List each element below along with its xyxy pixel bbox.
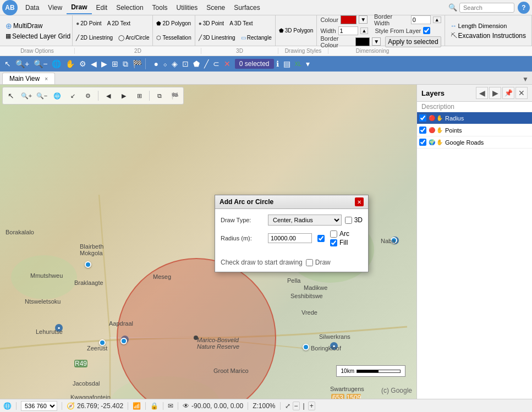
layers-close-btn[interactable]: ✕ <box>515 87 528 99</box>
layer-item-points[interactable]: 🔴 ✋ Points <box>417 124 532 136</box>
map-nav-prev[interactable]: ◀ <box>102 89 115 102</box>
point-tool-3[interactable]: ⬦ <box>161 58 169 69</box>
point-tool-4[interactable]: ◈ <box>169 58 180 69</box>
globe-status[interactable]: 🌐 <box>3 402 12 410</box>
zoom-out-tool[interactable]: 🔍− <box>31 58 50 69</box>
2d-linestring-button[interactable]: ╱ 2D Linestring <box>74 34 115 42</box>
menu-item-selection[interactable]: Selection <box>112 2 147 14</box>
excel-tool[interactable]: XL <box>293 60 304 68</box>
menu-item-surfaces[interactable]: Surfaces <box>229 2 264 14</box>
plus-btn[interactable]: + <box>308 402 315 410</box>
cursor-tool[interactable]: ↖ <box>2 58 13 69</box>
menu-item-tools[interactable]: Tools <box>148 2 172 14</box>
map-globe[interactable]: 🌐 <box>51 89 64 102</box>
radius-checkbox[interactable] <box>317 235 325 242</box>
multidraw-button[interactable]: ⊕ MultiDraw <box>3 20 69 31</box>
draw-type-select[interactable]: Center, Radius 3 Point Arc <box>268 215 342 226</box>
map-point-3[interactable] <box>120 338 127 344</box>
select-tool[interactable]: ⊡ <box>180 58 191 69</box>
fill-checkbox[interactable] <box>330 239 337 246</box>
tab-dropdown[interactable]: ▼ <box>519 74 532 84</box>
menu-item-utilities[interactable]: Utilities <box>172 2 202 14</box>
polygon-tool[interactable]: ⬟ <box>191 58 202 69</box>
2d-polygon-button[interactable]: ⬟ 2D Polygon <box>154 19 193 28</box>
map-zoom-out[interactable]: 🔍− <box>35 89 48 102</box>
tab-main-view[interactable]: Main View × <box>2 73 55 84</box>
width-input[interactable] <box>338 26 358 35</box>
colour-picker[interactable] <box>341 15 357 24</box>
arc-checkbox[interactable] <box>330 230 337 238</box>
radius-input[interactable] <box>268 233 312 243</box>
lasso-tool[interactable]: ⊂ <box>211 58 222 69</box>
3d-point-button[interactable]: ● 3D Point <box>196 19 226 28</box>
apply-to-selected-button[interactable]: multidraw-btn Apply to selected <box>385 36 441 47</box>
border-colour-dropdown[interactable]: ▼ <box>372 37 381 46</box>
pan-tool[interactable]: ✋ <box>63 58 77 69</box>
prev-nav[interactable]: ◀ <box>89 58 99 69</box>
more-tool[interactable]: ▾ <box>304 58 312 69</box>
settings-tool[interactable]: ⚙ <box>77 58 89 69</box>
message-status[interactable]: ✉ <box>168 402 173 410</box>
menu-item-data[interactable]: Data <box>21 2 43 14</box>
menu-item-edit[interactable]: Edit <box>92 2 112 14</box>
bookmark-tool[interactable]: 🏁 <box>130 58 144 69</box>
layer-item-google-roads[interactable]: 🌍 ✋ Google Roads <box>417 136 532 149</box>
style-from-layer-checkbox[interactable] <box>423 27 430 34</box>
dialog-close-button[interactable]: ✕ <box>355 197 364 206</box>
line-tool[interactable]: ╱ <box>202 58 211 69</box>
layers-nav-prev[interactable]: ◀ <box>476 87 488 99</box>
layer-points-checkbox[interactable] <box>419 127 426 134</box>
help-button[interactable]: ? <box>518 2 530 14</box>
3d-polygon-button[interactable]: ⬟ 3D Polygon <box>277 26 316 35</box>
layer-google-roads-checkbox[interactable] <box>419 139 426 146</box>
layer-item-radius[interactable]: 🔴 ✋ Radius <box>417 112 532 124</box>
tessellation-button[interactable]: ⬡ Tessellation <box>154 34 193 42</box>
map-point-1[interactable] <box>85 261 91 268</box>
delete-tool[interactable]: ✕ <box>222 58 233 69</box>
menu-item-scene[interactable]: Scene <box>202 2 229 14</box>
map-settings[interactable]: ⚙ <box>81 89 95 102</box>
3d-checkbox[interactable] <box>345 217 352 224</box>
next-nav[interactable]: ▶ <box>99 58 109 69</box>
colour-dropdown[interactable]: ▼ <box>359 15 368 24</box>
map-rotate-left[interactable]: ↙ <box>66 89 79 102</box>
map-grid[interactable]: ⊞ <box>133 89 146 102</box>
layers-pin-btn[interactable]: 📌 <box>502 87 514 99</box>
map-cursor-tool[interactable]: ↖ <box>4 89 18 102</box>
map-layers-icon[interactable]: ⧉ <box>153 89 166 102</box>
table-tool[interactable]: ▤ <box>281 58 293 69</box>
zoom-slider[interactable]: | <box>302 402 306 410</box>
excavation-instructions-button[interactable]: ⛏ Excavation Instructions <box>448 31 528 41</box>
map-container[interactable]: ↖ 🔍+ 🔍− 🌐 ↙ ⚙ ◀ ▶ ⊞ ⧉ 🏁 <box>0 85 416 399</box>
coordinate-select[interactable]: 536 760 <box>21 401 57 411</box>
map-zoom-in[interactable]: 🔍+ <box>20 89 33 102</box>
menu-item-view[interactable]: View <box>43 2 67 14</box>
info-tool[interactable]: ℹ <box>274 58 281 69</box>
length-dimension-button[interactable]: ↔ Length Dimension <box>448 21 528 31</box>
arc-circle-button[interactable]: ◯ Arc/Circle <box>116 34 151 42</box>
minus-btn[interactable]: − <box>293 402 300 410</box>
layer-radius-checkbox[interactable] <box>419 114 426 122</box>
layers-tool[interactable]: ⧉ <box>120 58 130 70</box>
grid-tool[interactable]: ⊞ <box>109 58 120 69</box>
border-width-input[interactable] <box>411 15 431 24</box>
2d-point-button[interactable]: ● 2D Point <box>74 19 103 28</box>
map-flag[interactable]: 🏁 <box>168 89 182 102</box>
coordinate-display[interactable]: 536 760 <box>21 401 57 411</box>
zoom-in-tool[interactable]: 🔍+ <box>13 58 31 69</box>
globe-view-tool[interactable]: 🌐 <box>50 58 63 69</box>
border-width-up[interactable]: ▲ <box>433 17 441 23</box>
rectangle-button[interactable]: ▭ Rectangle <box>239 34 274 42</box>
border-colour-picker[interactable] <box>355 37 370 46</box>
map-nav-next[interactable]: ▶ <box>117 89 130 102</box>
menu-item-draw[interactable]: Draw <box>67 1 91 14</box>
layers-nav-next[interactable]: ▶ <box>489 87 501 99</box>
draw-checkbox[interactable] <box>306 259 313 266</box>
width-stepper[interactable]: ▲ <box>360 28 369 34</box>
2d-text-button[interactable]: A 2D Text <box>105 19 133 28</box>
lock-status[interactable]: 🔒 <box>150 402 158 410</box>
point-tool-2[interactable]: ● <box>151 58 160 69</box>
selected-layer-grid-button[interactable]: ▦ Selected Layer Grid <box>3 31 69 41</box>
tab-close-button[interactable]: × <box>45 76 48 82</box>
search-input[interactable] <box>459 3 514 13</box>
